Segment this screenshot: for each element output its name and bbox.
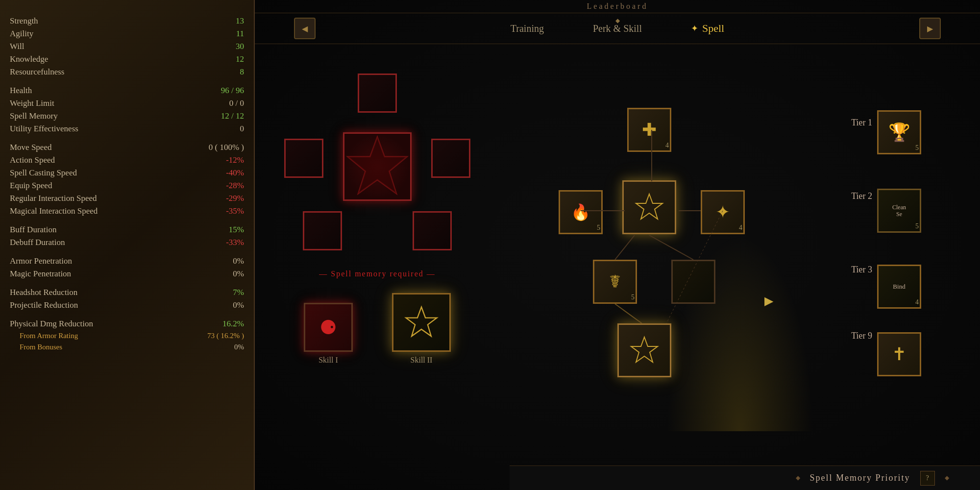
stat-name: Spell Memory <box>10 111 58 121</box>
spell-slot-left[interactable] <box>284 139 323 178</box>
stat-value: 30 <box>236 42 244 51</box>
tier-9-label: Tier 9 <box>851 331 872 341</box>
skill-2-label: Skill II <box>411 356 433 365</box>
spell-memory-text: — Spell memory required — <box>319 270 436 278</box>
stat-value: 16.2% <box>222 319 244 329</box>
stat-value: -28% <box>226 181 244 191</box>
stat-name: From Bonuses <box>10 343 62 351</box>
stat-row: From Bonuses0% <box>10 342 244 353</box>
tier-3-side-bind[interactable]: Bind 4 <box>877 265 921 309</box>
stat-row: Buff Duration15% <box>10 223 244 236</box>
spell-item-yellow[interactable]: 🔥 5 <box>559 190 603 234</box>
spell-slot-bottom-right[interactable] <box>413 211 452 250</box>
skill-slots: ⚈ Skill I Skill II <box>304 293 451 365</box>
bottom-decor-left: ◆ <box>796 474 800 482</box>
stat-name: Headshot Reduction <box>10 288 77 297</box>
stat-name: Health <box>10 86 32 96</box>
stat-row: Health96 / 96 <box>10 84 244 97</box>
tab-training[interactable]: Training <box>501 20 554 37</box>
stat-row: Physical Dmg Reduction16.2% <box>10 318 244 330</box>
stat-row: Will30 <box>10 40 244 53</box>
stat-name: Physical Dmg Reduction <box>10 319 93 329</box>
top-nav: ◆ ◀ Training Perk & Skill ✦ Spell ▶ <box>255 13 980 44</box>
spell-item-penta-t9[interactable] <box>617 323 671 377</box>
spell-item-penta-center[interactable] <box>622 180 676 234</box>
stat-name: Action Speed <box>10 155 55 165</box>
caduceus-icon: ☤ <box>609 271 621 292</box>
skill-2-button[interactable] <box>392 293 451 352</box>
tier-9-side-cross[interactable]: ✝ <box>877 332 921 376</box>
stat-row: Action Speed-12% <box>10 154 244 167</box>
spell-slot-top[interactable] <box>358 74 397 113</box>
skill-1-button[interactable]: ⚈ <box>304 303 353 352</box>
tier-1-side-icon[interactable]: 🏆 5 <box>877 110 921 154</box>
spell-slot-right[interactable] <box>431 139 470 178</box>
stat-row: Weight Limit0 / 0 <box>10 97 244 110</box>
tier-2-side-cleanse[interactable]: CleanSe 5 <box>877 189 921 233</box>
nav-decor-diamond: ◆ <box>615 17 620 24</box>
stat-value: 7% <box>233 288 244 297</box>
stat-value: -12% <box>226 155 244 165</box>
leaderboard-title: Leaderboard <box>255 0 980 13</box>
tier-3-label: Tier 3 <box>851 265 872 275</box>
svg-marker-1 <box>348 137 407 194</box>
pentagram-svg <box>344 127 410 206</box>
stat-row: Debuff Duration-33% <box>10 236 244 249</box>
bottom-bar: ◆ Spell Memory Priority ? ◆ <box>510 466 980 490</box>
nav-left-button[interactable]: ◀ <box>294 18 316 39</box>
stat-row: Armor Penetration0% <box>10 255 244 268</box>
fire-icon: 🔥 <box>571 203 590 221</box>
spell-pentagon <box>284 74 470 260</box>
stat-name: Projectile Reduction <box>10 300 78 310</box>
stat-name: Move Speed <box>10 143 51 152</box>
stat-value: -40% <box>226 168 244 178</box>
stat-name: Regular Interaction Speed <box>10 194 97 203</box>
stat-row: Utility Effectiveness0 <box>10 122 244 135</box>
stat-row: Agility11 <box>10 27 244 40</box>
bottom-bar-help-button[interactable]: ? <box>920 471 935 486</box>
cross-count: 4 <box>665 142 669 149</box>
star-icon: ✦ <box>715 202 730 222</box>
skill-slot-2[interactable]: Skill II <box>392 293 451 365</box>
stat-name: Buff Duration <box>10 225 57 235</box>
center-pentagram-slot[interactable] <box>343 132 412 201</box>
tab-spell[interactable]: ✦ Spell <box>681 19 734 38</box>
stat-value: 73 ( 16.2% ) <box>207 332 244 340</box>
stat-divider <box>10 218 244 223</box>
svg-line-10 <box>615 304 642 323</box>
skill-slot-1[interactable]: ⚈ Skill I <box>304 303 353 365</box>
svg-marker-2 <box>406 307 437 337</box>
stat-name: Knowledge <box>10 54 48 64</box>
svg-line-9 <box>649 235 693 260</box>
tier9-cross-icon: ✝ <box>892 344 906 365</box>
bottom-decor-right: ◆ <box>945 474 949 482</box>
spell-slot-bottom-left[interactable] <box>303 211 342 250</box>
spell-item-star[interactable]: ✦ 4 <box>701 190 745 234</box>
stat-divider <box>10 135 244 141</box>
stat-row: Knowledge12 <box>10 53 244 66</box>
tier-1-label: Tier 1 <box>851 118 872 128</box>
stat-name: Utility Effectiveness <box>10 124 78 134</box>
spell-item-cross[interactable]: ✚ 4 <box>627 108 671 152</box>
stat-value: 13 <box>236 16 244 26</box>
stat-value: 12 / 12 <box>221 111 244 121</box>
spell-item-caduceus[interactable]: ☤ 5 <box>593 260 637 304</box>
stat-value: 11 <box>236 29 244 39</box>
stat-divider <box>10 280 244 286</box>
stat-name: Debuff Duration <box>10 238 65 247</box>
nav-right-button[interactable]: ▶ <box>919 18 941 39</box>
spell-tab-label: Spell <box>702 22 724 35</box>
spell-panel: Leaderboard ◆ ◀ Training Perk & Skill ✦ … <box>255 0 980 490</box>
stat-value: 0 <box>240 124 245 134</box>
stat-value: 0% <box>233 269 244 279</box>
stat-row: Regular Interaction Speed-29% <box>10 192 244 205</box>
skill-1-label: Skill I <box>318 356 338 365</box>
stat-row: Spell Casting Speed-40% <box>10 167 244 179</box>
stat-value: 96 / 96 <box>221 86 244 96</box>
svg-marker-3 <box>636 194 662 219</box>
spell-tree-container: Tier 1 ✚ 4 🏆 5 <box>510 59 970 480</box>
stat-value: -29% <box>226 194 244 203</box>
cursor-arrow: ▶ <box>764 294 773 308</box>
stat-value: -35% <box>226 206 244 216</box>
spell-item-empty[interactable] <box>671 260 715 304</box>
